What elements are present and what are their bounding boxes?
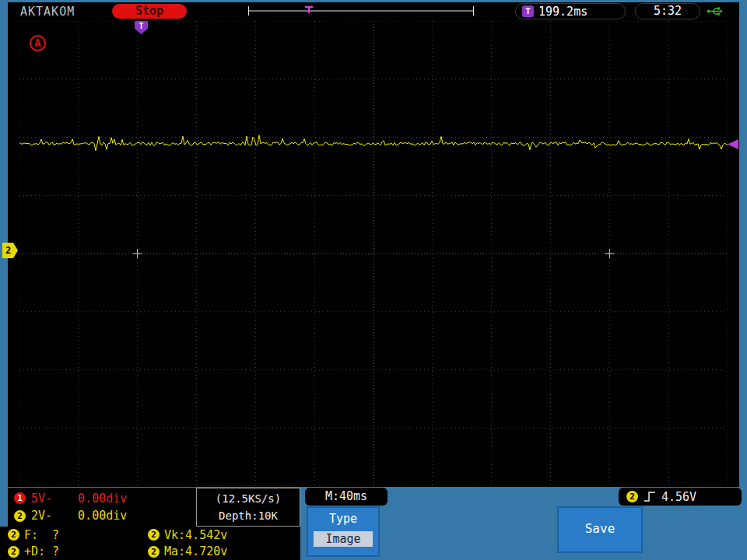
- memory-depth: Depth:10K: [219, 509, 278, 522]
- measurement-text: +D: ?: [24, 544, 59, 558]
- auto-indicator: A: [30, 35, 46, 51]
- ch1-icon: 1: [14, 492, 26, 504]
- menu-type-value-image[interactable]: Image: [314, 531, 373, 547]
- ch2-trace: [19, 21, 728, 486]
- menu-type-label: Type: [308, 512, 378, 526]
- measurement-vk: 2 Vk:4.542v: [140, 528, 300, 542]
- rising-edge-icon: [644, 491, 656, 502]
- trigger-time-value: 199.2ms: [538, 5, 587, 19]
- clock: 5:32: [635, 3, 700, 19]
- record-trigger-marker: [305, 7, 313, 13]
- acquisition-box: (12.5KS/s) Depth:10K: [196, 488, 300, 527]
- sample-rate: (12.5KS/s): [216, 492, 281, 505]
- trigger-info-box: 2 4.56V: [619, 488, 742, 506]
- graticule: A T: [19, 21, 728, 486]
- trigger-level-value: 4.56V: [661, 490, 696, 504]
- ch2-row: 2 2V- 0.00div: [14, 509, 190, 523]
- save-button[interactable]: Save: [557, 506, 643, 553]
- trigger-channel-icon: 2: [626, 491, 638, 502]
- oscilloscope-ui: { "header": { "brand": "AKTAKOM", "run_s…: [0, 0, 747, 560]
- top-status-bar: AKTAKOM Stop T 199.2ms 5:32: [8, 2, 739, 20]
- measurement-text: F: ?: [24, 528, 59, 542]
- channel-info-box: 1 5V- 0.00div 2 2V- 0.00div: [8, 488, 196, 527]
- meas-ch-icon: 2: [148, 529, 160, 541]
- measurement-text: Ma:4.720v: [164, 544, 227, 558]
- meas-ch-icon: 2: [8, 546, 19, 558]
- ch2-icon: 2: [14, 510, 26, 522]
- ch2-scale: 2V-: [31, 509, 52, 523]
- timebase-box: M:40ms: [305, 488, 388, 506]
- measurement-duty: 2 +D: ?: [0, 544, 140, 558]
- run-state-badge: Stop: [112, 4, 187, 19]
- measurements-area: 2 F: ? 2 Vk:4.542v 2 +D: ? 2 Ma:4.720v: [0, 527, 300, 560]
- ch2-offset: 0.00div: [78, 509, 127, 523]
- brand-label: AKTAKOM: [20, 5, 75, 19]
- usb-icon: [707, 5, 724, 17]
- measurement-freq: 2 F: ?: [0, 528, 140, 542]
- measurement-text: Vk:4.542v: [164, 528, 227, 542]
- trigger-time-box: T 199.2ms: [515, 3, 626, 19]
- ch1-row: 1 5V- 0.00div: [14, 492, 190, 506]
- measurement-ma: 2 Ma:4.720v: [140, 544, 300, 558]
- record-position-bar: [247, 4, 475, 19]
- trigger-icon: T: [522, 5, 534, 17]
- menu-panel-type: Type Image: [307, 506, 380, 557]
- ch1-scale: 5V-: [31, 492, 52, 506]
- meas-ch-icon: 2: [8, 529, 19, 541]
- meas-ch-icon: 2: [148, 546, 160, 558]
- ch1-offset: 0.00div: [78, 492, 127, 506]
